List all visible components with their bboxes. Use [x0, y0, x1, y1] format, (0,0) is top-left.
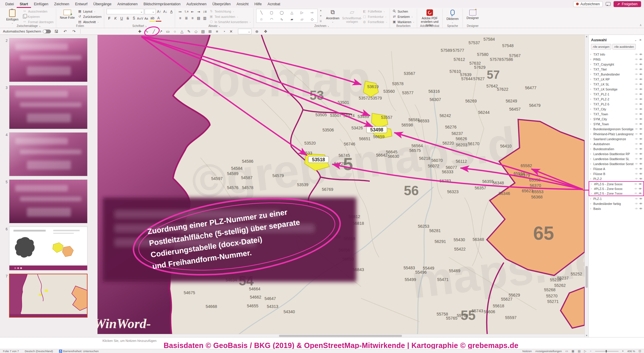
- more-options-icon[interactable]: [635, 68, 638, 71]
- redo-icon[interactable]: ↷: [70, 29, 77, 34]
- more-options-icon[interactable]: [635, 73, 638, 76]
- more-options-icon[interactable]: [635, 152, 638, 156]
- layer-item[interactable]: ›Landkreise-Stadtkreise RP: [589, 151, 644, 156]
- layer-item[interactable]: ›Bundesstraßen: [589, 146, 644, 151]
- more-options-icon[interactable]: [635, 117, 638, 121]
- notes-toggle[interactable]: Notizen: [522, 349, 532, 353]
- change-case-button[interactable]: Aa: [143, 16, 149, 21]
- chevron-right-icon[interactable]: ›: [590, 172, 592, 175]
- chevron-right-icon[interactable]: ›: [590, 88, 592, 91]
- more-options-icon[interactable]: [635, 58, 638, 61]
- chevron-right-icon[interactable]: ›: [590, 127, 592, 131]
- menu-berprfen[interactable]: Überprüfen: [209, 0, 234, 8]
- layer-item[interactable]: ›TXT_Bundesländer: [589, 72, 644, 77]
- copy-button[interactable]: Kopieren: [23, 14, 54, 19]
- menu-bildschirmprsentation[interactable]: Bildschirmpräsentation: [141, 0, 183, 8]
- zoom-knob[interactable]: [606, 350, 607, 352]
- scrollbar-thumb[interactable]: [279, 335, 402, 337]
- chevron-right-icon[interactable]: ›: [590, 132, 592, 136]
- more-options-icon[interactable]: [635, 202, 638, 205]
- shapes-gallery-scroll[interactable]: ▲▼☰: [319, 9, 322, 23]
- chevron-right-icon[interactable]: ›: [590, 152, 592, 155]
- more-options-icon[interactable]: [635, 127, 638, 131]
- close-icon[interactable]: ✕: [639, 38, 642, 42]
- menu-bergnge[interactable]: Übergänge: [90, 0, 114, 8]
- notes-panel[interactable]: Klicken Sie, um Notizen hinzuzufügen Bas…: [0, 337, 644, 349]
- chevron-right-icon[interactable]: ›: [590, 68, 592, 71]
- more-options-icon[interactable]: [634, 187, 638, 191]
- layer-item[interactable]: ›TXT_PLZ-1: [589, 92, 644, 97]
- slideshow-icon[interactable]: ▷: [584, 349, 586, 353]
- fit-to-window-icon[interactable]: ⊡: [639, 349, 641, 353]
- chevron-right-icon[interactable]: ›: [590, 177, 592, 180]
- qat-combo[interactable]: ⌄: [238, 29, 251, 34]
- shape-outline-button[interactable]: ▢ Formkontur ⌄: [363, 14, 388, 19]
- menu-einfgen[interactable]: Einfügen: [31, 0, 51, 8]
- zoom-slider[interactable]: [595, 351, 619, 352]
- visibility-eye-icon[interactable]: [639, 58, 643, 61]
- pan-tool-icon[interactable]: ✥: [262, 29, 269, 34]
- slide-thumbnail-4[interactable]: [9, 132, 88, 176]
- columns-button[interactable]: ▥: [202, 15, 208, 21]
- dialog-launcher-icon[interactable]: ↘: [145, 25, 147, 27]
- slide-number-indicator[interactable]: Folie 7 von 7: [3, 349, 19, 353]
- cut-button[interactable]: ✂ Ausschneiden: [23, 9, 54, 14]
- chevron-right-icon[interactable]: ›: [590, 162, 592, 165]
- slide-canvas[interactable]: grebemap©grebemaps.demaps.de 57584575375…: [97, 35, 585, 337]
- slide-thumbnail-3[interactable]: [9, 85, 88, 129]
- show-all-button[interactable]: Alle anzeigen: [591, 44, 611, 49]
- shape-icon-3[interactable]: △: [290, 11, 293, 15]
- visibility-eye-icon[interactable]: [639, 152, 643, 156]
- bold-button[interactable]: F: [107, 16, 112, 21]
- chevron-right-icon[interactable]: ›: [590, 122, 592, 126]
- visibility-eye-icon[interactable]: [639, 68, 643, 71]
- more-options-icon[interactable]: [635, 137, 638, 141]
- visibility-eye-icon[interactable]: [639, 162, 643, 166]
- find-button[interactable]: Suchen: [392, 9, 415, 14]
- layer-item[interactable]: ›TXT_Town: [589, 112, 644, 116]
- outdent-button[interactable]: ⇤: [190, 9, 195, 14]
- more-options-icon[interactable]: [635, 53, 638, 56]
- visibility-eye-icon[interactable]: [639, 122, 643, 126]
- layer-item[interactable]: ›TXT_LK Sonstige: [589, 87, 644, 92]
- visibility-eye-icon[interactable]: [639, 112, 643, 116]
- visibility-eye-icon[interactable]: [639, 172, 643, 176]
- select-button[interactable]: ▣ Markieren ⌄: [392, 19, 415, 24]
- char-spacing-button[interactable]: A∨V: [137, 16, 143, 21]
- visibility-eye-icon[interactable]: [639, 83, 643, 86]
- chevron-right-icon[interactable]: ›: [590, 207, 592, 210]
- align-right-button[interactable]: ≡: [190, 15, 195, 21]
- chevron-right-icon[interactable]: ›: [590, 92, 592, 96]
- shape-icon-9[interactable]: ▰: [290, 17, 293, 21]
- replace-button[interactable]: ⇄ Ersetzen ⌄: [392, 14, 415, 19]
- normal-view-icon[interactable]: ▭: [565, 349, 568, 353]
- justify-button[interactable]: ▤: [196, 15, 201, 21]
- font-color-button[interactable]: A: [156, 15, 161, 22]
- more-options-icon[interactable]: [635, 102, 638, 106]
- chevron-right-icon[interactable]: ›: [590, 147, 592, 150]
- layer-item[interactable]: ›Rheinland-Pfalz Landesgrenze: [589, 131, 644, 136]
- more-options-icon[interactable]: [635, 167, 638, 171]
- more-options-icon[interactable]: [635, 83, 638, 86]
- visibility-eye-icon[interactable]: [639, 97, 643, 101]
- align-text-button[interactable]: ▣ Text ausrichten ⌄: [209, 14, 251, 19]
- chevron-right-icon[interactable]: ›: [591, 192, 593, 195]
- menu-start[interactable]: Start: [17, 0, 31, 8]
- scroll-down-icon[interactable]: ▼: [585, 334, 588, 337]
- bullets-button[interactable]: ≔: [177, 9, 183, 14]
- scroll-up-icon[interactable]: ▲: [585, 35, 588, 38]
- layer-item[interactable]: ›TXT_City: [589, 107, 644, 112]
- visibility-eye-icon[interactable]: [639, 157, 643, 161]
- language-indicator[interactable]: Deutsch (Deutschland): [25, 349, 53, 353]
- highlight-color-button[interactable]: ab: [150, 15, 155, 22]
- slide-thumbnail-2[interactable]: [9, 38, 88, 82]
- reset-button[interactable]: ↺ Zurücksetzen: [78, 14, 102, 19]
- shape-icon-1[interactable]: ▢: [270, 11, 273, 15]
- new-slide-button[interactable]: Neue Folie: [59, 9, 76, 19]
- layer-item[interactable]: ›Basis: [589, 206, 644, 211]
- layer-item[interactable]: ›Flüsse B: [589, 171, 644, 176]
- chevron-right-icon[interactable]: ›: [591, 187, 593, 190]
- zoom-out-icon[interactable]: −: [590, 349, 592, 353]
- save-icon[interactable]: 🖫: [53, 29, 60, 34]
- slide-thumbnail-6[interactable]: [9, 227, 88, 270]
